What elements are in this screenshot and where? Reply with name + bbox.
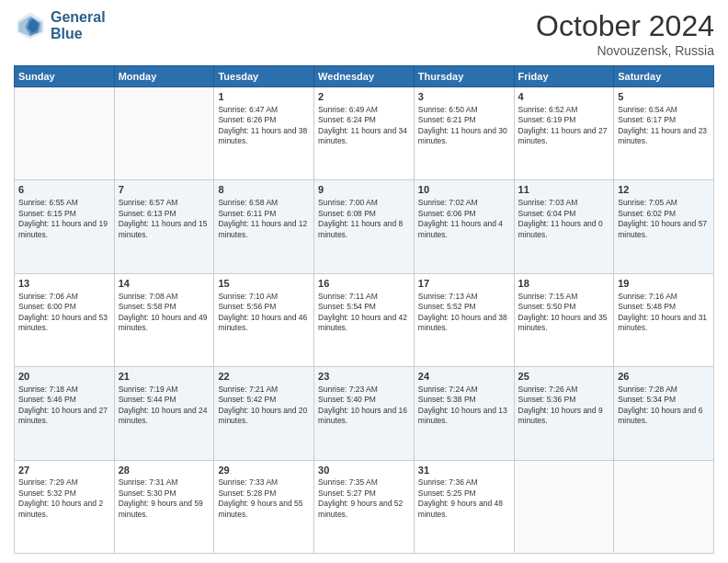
calendar-cell: 14Sunrise: 7:08 AM Sunset: 5:58 PM Dayli… bbox=[114, 273, 214, 366]
day-info: Sunrise: 7:35 AM Sunset: 5:27 PM Dayligh… bbox=[318, 477, 410, 520]
day-info: Sunrise: 7:10 AM Sunset: 5:56 PM Dayligh… bbox=[218, 292, 310, 334]
calendar-cell: 20Sunrise: 7:18 AM Sunset: 5:46 PM Dayli… bbox=[15, 367, 115, 460]
day-number: 12 bbox=[618, 183, 710, 197]
day-number: 3 bbox=[418, 90, 510, 104]
day-info: Sunrise: 6:58 AM Sunset: 6:11 PM Dayligh… bbox=[218, 198, 310, 240]
calendar-cell: 27Sunrise: 7:29 AM Sunset: 5:32 PM Dayli… bbox=[15, 460, 115, 553]
day-info: Sunrise: 7:15 AM Sunset: 5:50 PM Dayligh… bbox=[518, 292, 610, 334]
day-info: Sunrise: 7:28 AM Sunset: 5:34 PM Dayligh… bbox=[618, 385, 710, 427]
calendar-cell: 30Sunrise: 7:35 AM Sunset: 5:27 PM Dayli… bbox=[314, 460, 415, 553]
day-number: 27 bbox=[18, 464, 110, 477]
day-info: Sunrise: 7:26 AM Sunset: 5:36 PM Dayligh… bbox=[518, 385, 610, 427]
logo-icon bbox=[14, 9, 47, 42]
day-info: Sunrise: 7:02 AM Sunset: 6:06 PM Dayligh… bbox=[418, 198, 510, 240]
calendar-cell: 9Sunrise: 7:00 AM Sunset: 6:08 PM Daylig… bbox=[314, 180, 415, 273]
day-of-week-header: Sunday bbox=[15, 66, 115, 87]
day-number: 24 bbox=[418, 370, 510, 384]
calendar-cell bbox=[15, 87, 115, 180]
logo-line2: Blue bbox=[51, 26, 106, 42]
calendar-cell: 12Sunrise: 7:05 AM Sunset: 6:02 PM Dayli… bbox=[614, 180, 714, 273]
logo-text: General Blue bbox=[51, 9, 106, 41]
calendar-cell: 5Sunrise: 6:54 AM Sunset: 6:17 PM Daylig… bbox=[614, 87, 714, 180]
day-info: Sunrise: 7:05 AM Sunset: 6:02 PM Dayligh… bbox=[618, 198, 710, 240]
calendar-week-row: 1Sunrise: 6:47 AM Sunset: 6:26 PM Daylig… bbox=[15, 87, 714, 180]
day-number: 28 bbox=[119, 464, 210, 477]
calendar-cell: 21Sunrise: 7:19 AM Sunset: 5:44 PM Dayli… bbox=[114, 367, 214, 460]
day-of-week-header: Wednesday bbox=[314, 66, 415, 87]
calendar-cell: 3Sunrise: 6:50 AM Sunset: 6:21 PM Daylig… bbox=[414, 87, 514, 180]
day-info: Sunrise: 7:19 AM Sunset: 5:44 PM Dayligh… bbox=[119, 385, 210, 427]
calendar-cell: 22Sunrise: 7:21 AM Sunset: 5:42 PM Dayli… bbox=[214, 367, 314, 460]
day-number: 30 bbox=[318, 464, 410, 477]
day-number: 17 bbox=[418, 277, 510, 291]
calendar-cell bbox=[514, 460, 614, 553]
calendar-table: SundayMondayTuesdayWednesdayThursdayFrid… bbox=[14, 65, 714, 554]
day-of-week-header: Friday bbox=[514, 66, 614, 87]
day-number: 9 bbox=[318, 183, 410, 197]
calendar-cell: 19Sunrise: 7:16 AM Sunset: 5:48 PM Dayli… bbox=[614, 273, 714, 366]
day-info: Sunrise: 7:24 AM Sunset: 5:38 PM Dayligh… bbox=[418, 385, 510, 427]
calendar-cell: 15Sunrise: 7:10 AM Sunset: 5:56 PM Dayli… bbox=[214, 273, 314, 366]
calendar-cell: 7Sunrise: 6:57 AM Sunset: 6:13 PM Daylig… bbox=[114, 180, 214, 273]
day-number: 20 bbox=[18, 370, 110, 384]
calendar-cell: 17Sunrise: 7:13 AM Sunset: 5:52 PM Dayli… bbox=[414, 273, 514, 366]
header: General Blue October 2024 Novouzensk, Ru… bbox=[14, 9, 714, 58]
day-info: Sunrise: 7:00 AM Sunset: 6:08 PM Dayligh… bbox=[318, 198, 410, 240]
day-number: 23 bbox=[318, 370, 410, 384]
calendar-cell: 23Sunrise: 7:23 AM Sunset: 5:40 PM Dayli… bbox=[314, 367, 415, 460]
day-info: Sunrise: 7:21 AM Sunset: 5:42 PM Dayligh… bbox=[218, 385, 310, 427]
day-info: Sunrise: 7:08 AM Sunset: 5:58 PM Dayligh… bbox=[119, 292, 210, 334]
day-info: Sunrise: 7:31 AM Sunset: 5:30 PM Dayligh… bbox=[119, 477, 210, 520]
calendar-week-row: 6Sunrise: 6:55 AM Sunset: 6:15 PM Daylig… bbox=[15, 180, 714, 273]
title-block: October 2024 Novouzensk, Russia bbox=[536, 9, 714, 58]
day-number: 16 bbox=[318, 277, 410, 291]
day-info: Sunrise: 7:16 AM Sunset: 5:48 PM Dayligh… bbox=[618, 292, 710, 334]
calendar-cell: 13Sunrise: 7:06 AM Sunset: 6:00 PM Dayli… bbox=[15, 273, 115, 366]
day-number: 25 bbox=[518, 370, 610, 384]
day-info: Sunrise: 7:18 AM Sunset: 5:46 PM Dayligh… bbox=[18, 385, 110, 427]
day-number: 14 bbox=[119, 277, 210, 291]
day-number: 10 bbox=[418, 183, 510, 197]
day-of-week-header: Thursday bbox=[414, 66, 514, 87]
day-number: 18 bbox=[518, 277, 610, 291]
day-number: 29 bbox=[218, 464, 310, 477]
day-info: Sunrise: 7:13 AM Sunset: 5:52 PM Dayligh… bbox=[418, 292, 510, 334]
calendar-week-row: 20Sunrise: 7:18 AM Sunset: 5:46 PM Dayli… bbox=[15, 367, 714, 460]
day-info: Sunrise: 7:03 AM Sunset: 6:04 PM Dayligh… bbox=[518, 198, 610, 240]
day-info: Sunrise: 7:29 AM Sunset: 5:32 PM Dayligh… bbox=[18, 477, 110, 520]
calendar-cell: 10Sunrise: 7:02 AM Sunset: 6:06 PM Dayli… bbox=[414, 180, 514, 273]
day-number: 4 bbox=[518, 90, 610, 104]
day-info: Sunrise: 6:57 AM Sunset: 6:13 PM Dayligh… bbox=[119, 198, 210, 240]
calendar-cell bbox=[614, 460, 714, 553]
day-number: 11 bbox=[518, 183, 610, 197]
day-number: 21 bbox=[119, 370, 210, 384]
calendar-cell: 1Sunrise: 6:47 AM Sunset: 6:26 PM Daylig… bbox=[214, 87, 314, 180]
day-of-week-header: Tuesday bbox=[214, 66, 314, 87]
calendar-week-row: 13Sunrise: 7:06 AM Sunset: 6:00 PM Dayli… bbox=[15, 273, 714, 366]
day-info: Sunrise: 7:33 AM Sunset: 5:28 PM Dayligh… bbox=[218, 477, 310, 520]
day-number: 2 bbox=[318, 90, 410, 104]
day-info: Sunrise: 6:47 AM Sunset: 6:26 PM Dayligh… bbox=[218, 105, 310, 147]
day-number: 26 bbox=[618, 370, 710, 384]
day-info: Sunrise: 7:06 AM Sunset: 6:00 PM Dayligh… bbox=[18, 292, 110, 334]
day-number: 15 bbox=[218, 277, 310, 291]
day-number: 19 bbox=[618, 277, 710, 291]
day-info: Sunrise: 6:55 AM Sunset: 6:15 PM Dayligh… bbox=[18, 198, 110, 240]
day-number: 13 bbox=[18, 277, 110, 291]
day-info: Sunrise: 6:54 AM Sunset: 6:17 PM Dayligh… bbox=[618, 105, 710, 147]
calendar-cell: 25Sunrise: 7:26 AM Sunset: 5:36 PM Dayli… bbox=[514, 367, 614, 460]
calendar-cell: 28Sunrise: 7:31 AM Sunset: 5:30 PM Dayli… bbox=[114, 460, 214, 553]
day-of-week-header: Monday bbox=[114, 66, 214, 87]
calendar-cell: 16Sunrise: 7:11 AM Sunset: 5:54 PM Dayli… bbox=[314, 273, 415, 366]
calendar-cell bbox=[114, 87, 214, 180]
logo-line1: General bbox=[51, 9, 106, 26]
day-info: Sunrise: 7:11 AM Sunset: 5:54 PM Dayligh… bbox=[318, 292, 410, 334]
day-info: Sunrise: 6:52 AM Sunset: 6:19 PM Dayligh… bbox=[518, 105, 610, 147]
day-number: 6 bbox=[18, 183, 110, 197]
day-info: Sunrise: 6:49 AM Sunset: 6:24 PM Dayligh… bbox=[318, 105, 410, 147]
calendar-header-row: SundayMondayTuesdayWednesdayThursdayFrid… bbox=[15, 66, 714, 87]
location-subtitle: Novouzensk, Russia bbox=[536, 43, 714, 58]
calendar-cell: 8Sunrise: 6:58 AM Sunset: 6:11 PM Daylig… bbox=[214, 180, 314, 273]
day-info: Sunrise: 7:36 AM Sunset: 5:25 PM Dayligh… bbox=[418, 477, 510, 520]
calendar-cell: 29Sunrise: 7:33 AM Sunset: 5:28 PM Dayli… bbox=[214, 460, 314, 553]
